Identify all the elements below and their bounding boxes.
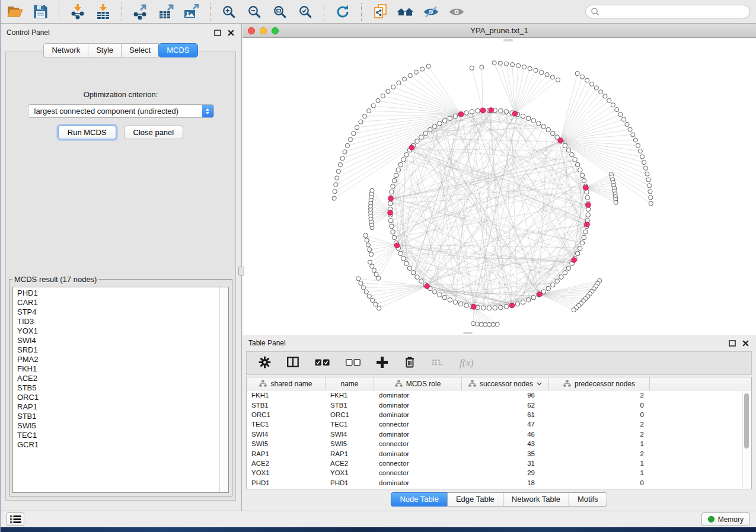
graph-node[interactable]	[359, 120, 363, 124]
graph-node[interactable]	[479, 322, 483, 326]
table-row[interactable]: ACE2ACE2connector311	[247, 459, 751, 468]
table-row[interactable]: ORC1ORC1dominator610	[247, 410, 751, 419]
graph-node[interactable]	[487, 306, 492, 310]
graph-node[interactable]	[649, 201, 653, 206]
graph-node[interactable]	[355, 126, 359, 130]
graph-hub-node[interactable]	[586, 203, 591, 208]
duplicate-network-icon[interactable]	[372, 4, 388, 20]
graph-node[interactable]	[614, 200, 618, 204]
graph-node[interactable]	[442, 295, 447, 300]
graph-node[interactable]	[361, 286, 365, 290]
graph-node[interactable]	[423, 131, 428, 136]
graph-node[interactable]	[432, 290, 437, 294]
graph-node[interactable]	[402, 77, 406, 81]
graph-node[interactable]	[368, 260, 372, 264]
import-table-icon[interactable]	[95, 4, 111, 20]
graph-node[interactable]	[392, 235, 397, 240]
graph-node[interactable]	[575, 71, 579, 75]
graph-node[interactable]	[401, 158, 406, 162]
graph-hub-node[interactable]	[583, 185, 589, 191]
add-row-icon[interactable]	[377, 357, 388, 370]
graph-node[interactable]	[621, 117, 626, 121]
graph-node[interactable]	[448, 116, 452, 121]
graph-node[interactable]	[541, 124, 546, 129]
graph-node[interactable]	[438, 121, 442, 126]
graph-node[interactable]	[578, 168, 583, 172]
mcds-result-item[interactable]: RAP1	[17, 402, 228, 412]
graph-node[interactable]	[388, 201, 393, 206]
hide-selected-icon[interactable]	[423, 4, 439, 20]
first-neighbors-icon[interactable]	[397, 4, 414, 20]
graph-node[interactable]	[583, 230, 588, 235]
graph-node[interactable]	[594, 86, 598, 90]
graph-hub-node[interactable]	[388, 210, 393, 216]
memory-button[interactable]: Memory	[701, 512, 750, 526]
graph-node[interactable]	[391, 184, 395, 189]
graph-node[interactable]	[448, 298, 452, 303]
float-panel-icon[interactable]	[729, 340, 736, 347]
graph-node[interactable]	[575, 251, 580, 256]
graph-hub-node[interactable]	[409, 145, 414, 150]
delete-row-icon[interactable]	[404, 356, 416, 371]
float-panel-icon[interactable]	[214, 30, 221, 36]
split-handle[interactable]	[463, 332, 473, 334]
graph-node[interactable]	[369, 252, 374, 257]
graph-node[interactable]	[363, 114, 367, 118]
graph-node[interactable]	[420, 67, 425, 71]
zoom-selected-icon[interactable]	[297, 4, 314, 20]
graph-node[interactable]	[348, 137, 352, 142]
graph-hub-node[interactable]	[509, 303, 515, 308]
zoom-in-icon[interactable]	[221, 4, 237, 20]
graph-node[interactable]	[453, 114, 458, 118]
graph-node[interactable]	[615, 108, 619, 112]
graph-node[interactable]	[492, 61, 496, 65]
graph-node[interactable]	[504, 305, 509, 309]
network-graph[interactable]	[243, 38, 756, 335]
graph-node[interactable]	[582, 235, 586, 240]
graph-node[interactable]	[546, 286, 551, 291]
graph-node[interactable]	[332, 196, 336, 200]
mcds-list-scrollbar[interactable]	[219, 287, 228, 492]
graph-node[interactable]	[374, 272, 378, 276]
graph-node[interactable]	[376, 98, 380, 102]
graph-node[interactable]	[563, 143, 567, 148]
tab-select[interactable]: Select	[121, 43, 159, 57]
graph-hub-node[interactable]	[394, 243, 400, 248]
graph-node[interactable]	[334, 182, 338, 187]
graph-node[interactable]	[625, 122, 629, 126]
run-mcds-button[interactable]: Run MCDS	[58, 126, 116, 139]
graph-node[interactable]	[599, 90, 603, 94]
graph-node[interactable]	[386, 89, 390, 94]
graph-node[interactable]	[333, 190, 337, 194]
graph-node[interactable]	[526, 116, 531, 121]
graph-node[interactable]	[377, 306, 381, 310]
graph-node[interactable]	[649, 196, 653, 200]
mcds-result-item[interactable]: ORC1	[17, 393, 228, 402]
graph-node[interactable]	[645, 172, 649, 176]
graph-node[interactable]	[559, 275, 564, 280]
graph-node[interactable]	[394, 173, 398, 178]
panel-divider-grip[interactable]	[238, 267, 244, 275]
graph-node[interactable]	[644, 166, 648, 170]
graph-node[interactable]	[390, 190, 394, 194]
graph-node[interactable]	[481, 306, 486, 310]
optimization-criterion-select[interactable]: largest connected component (undirected)	[28, 104, 214, 118]
mcds-result-item[interactable]: SWI4	[17, 336, 228, 345]
graph-node[interactable]	[570, 152, 575, 157]
close-panel-icon[interactable]	[742, 340, 749, 347]
graph-node[interactable]	[407, 266, 412, 271]
graph-node[interactable]	[388, 219, 393, 223]
graph-node[interactable]	[396, 168, 401, 172]
graph-node[interactable]	[372, 268, 376, 273]
graph-node[interactable]	[371, 104, 375, 108]
table-row[interactable]: YOX1YOX1connector291	[247, 468, 751, 477]
graph-node[interactable]	[470, 110, 474, 114]
show-all-icon[interactable]	[448, 4, 465, 20]
graph-node[interactable]	[483, 322, 487, 326]
graph-node[interactable]	[563, 271, 567, 275]
graph-node[interactable]	[338, 163, 342, 167]
graph-node[interactable]	[646, 178, 650, 182]
graph-node[interactable]	[499, 108, 503, 113]
mcds-result-item[interactable]: CAR1	[17, 298, 228, 307]
graph-hub-node[interactable]	[537, 291, 543, 297]
